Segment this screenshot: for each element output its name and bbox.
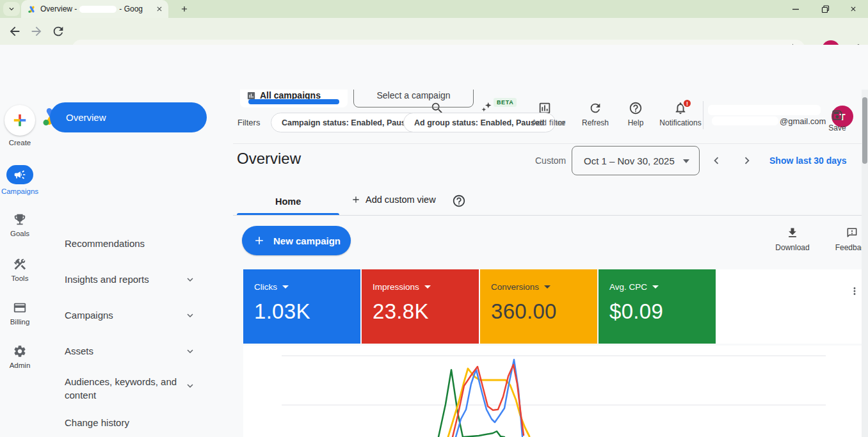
metric-card-avg-cpc[interactable]: Avg. CPC $0.09 (599, 269, 716, 344)
forward-icon[interactable] (29, 24, 44, 38)
scrollbar-thumb[interactable] (862, 97, 867, 164)
rail-admin[interactable]: Admin (0, 344, 40, 369)
tab-title: Overview - - Goog (40, 4, 156, 13)
chart-line-clicks (456, 360, 522, 437)
dropdown-caret-icon (683, 159, 689, 163)
divider (233, 215, 862, 216)
credit-card-icon (13, 301, 27, 315)
plus-icon (351, 195, 361, 205)
page-title: Overview (237, 150, 301, 168)
save-button-label: Save (828, 123, 846, 132)
window-minimize-button[interactable] (781, 0, 810, 18)
sidebar-item-change-history[interactable]: Change history (65, 417, 129, 428)
date-range-value: Oct 1 – Nov 30, 2025 (584, 155, 675, 166)
tab-home[interactable]: Home (275, 196, 301, 207)
scope-tab-active-underline (248, 99, 339, 104)
add-custom-view-button[interactable]: Add custom view (351, 195, 436, 205)
browser-toolbar: ads.google.com/aw/overview?ocid0&euid=1&… (0, 18, 868, 45)
download-label: Download (775, 243, 809, 252)
metric-card-avg-cpc-label: Avg. CPC (609, 282, 647, 292)
rail-admin-label: Admin (10, 362, 31, 369)
reload-icon[interactable] (51, 24, 65, 38)
show-last-30-days-link[interactable]: Show last 30 days (769, 155, 847, 166)
rail-campaigns[interactable]: Campaigns (0, 165, 40, 195)
metric-card-impressions-value: 23.8K (373, 299, 479, 324)
metric-card-clicks[interactable]: Clicks 1.03K (243, 269, 360, 344)
sidebar-item-overview-label: Overview (66, 112, 106, 123)
chevron-down-icon[interactable] (184, 380, 196, 392)
save-button[interactable]: Save (823, 109, 851, 132)
metric-card-conversions-value: 360.00 (491, 299, 597, 324)
divider (233, 143, 862, 144)
sidebar-item-overview[interactable]: Overview (50, 102, 207, 132)
add-custom-view-label: Add custom view (366, 195, 436, 205)
save-icon (831, 109, 844, 122)
dropdown-caret-icon[interactable] (282, 285, 289, 289)
card-menu-kebab-icon[interactable] (849, 285, 860, 297)
rail-create[interactable]: Create (0, 105, 40, 147)
rail-goals[interactable]: Goals (0, 212, 40, 237)
new-campaign-button[interactable]: New campaign (242, 226, 351, 255)
create-plus-icon (12, 113, 28, 128)
rail-billing[interactable]: Billing (0, 301, 40, 326)
create-button[interactable] (4, 105, 35, 136)
scope-tab-select-campaign-label: Select a campaign (376, 90, 450, 100)
feedback-label: Feedback (835, 243, 862, 252)
new-tab-button[interactable] (177, 2, 192, 16)
scope-tab-select-campaign[interactable]: Select a campaign (353, 90, 474, 107)
back-icon[interactable] (8, 24, 22, 38)
chevron-down-icon (7, 4, 16, 13)
rail-tools-label: Tools (12, 274, 29, 282)
page-scrollbar[interactable] (862, 90, 868, 437)
sidebar-item-assets[interactable]: Assets (65, 346, 93, 356)
side-nav: Overview Recommendations Insights and re… (40, 90, 233, 437)
dropdown-caret-icon[interactable] (544, 285, 551, 289)
tab-close-icon[interactable] (156, 5, 163, 13)
megaphone-icon (13, 168, 26, 181)
feedback-icon (846, 226, 858, 239)
sidebar-item-insights-and-reports[interactable]: Insights and reports (65, 274, 149, 285)
dropdown-caret-icon[interactable] (424, 285, 431, 289)
download-icon (786, 226, 799, 239)
tab-search-button[interactable] (3, 2, 20, 16)
plus-icon (253, 234, 266, 247)
google-ads-header: Google Ads Search Ads Advisor BETA Appea… (0, 45, 868, 90)
rail-campaigns-active-pill[interactable] (6, 165, 33, 184)
overview-chart-panel[interactable] (243, 346, 862, 437)
rail-billing-label: Billing (10, 318, 30, 326)
next-period-button[interactable] (740, 154, 754, 168)
previous-period-button[interactable] (709, 154, 723, 168)
rail-tools[interactable]: Tools (0, 257, 40, 282)
close-icon (849, 5, 857, 13)
download-button[interactable]: Download (774, 226, 811, 252)
dropdown-caret-icon[interactable] (652, 285, 659, 289)
metric-card-conversions[interactable]: Conversions 360.00 (480, 269, 597, 344)
new-campaign-label: New campaign (273, 235, 341, 246)
browser-tab[interactable]: Overview - - Goog (21, 0, 168, 18)
chevron-down-icon[interactable] (184, 346, 196, 357)
date-mode-label: Custom (535, 155, 566, 166)
chevron-down-icon[interactable] (184, 310, 196, 321)
metric-card-impressions-label: Impressions (373, 282, 419, 292)
scope-tab-all-campaigns[interactable]: All campaigns (240, 90, 348, 107)
metric-card-impressions[interactable]: Impressions 23.8K (362, 269, 479, 344)
minimize-icon (792, 5, 800, 13)
feedback-button[interactable]: Feedback (833, 226, 862, 252)
add-filter-button[interactable]: Add filter (531, 118, 565, 127)
plus-icon (180, 4, 189, 13)
main-content: All campaigns Select a campaign Filters … (233, 90, 862, 437)
time-series-chart (243, 346, 862, 437)
left-rail: Create Campaigns Goals Tools Billing Adm… (0, 90, 40, 437)
help-icon[interactable] (452, 194, 466, 208)
window-close-button[interactable] (839, 0, 868, 18)
redaction-blob (79, 6, 117, 13)
sidebar-item-campaigns[interactable]: Campaigns (65, 310, 113, 321)
sidebar-item-audiences-keywords-content[interactable]: Audiences, keywords, and content (65, 375, 183, 402)
chevron-down-icon[interactable] (184, 274, 196, 285)
date-range-picker[interactable]: Oct 1 – Nov 30, 2025 (572, 146, 700, 175)
sidebar-item-recommendations[interactable]: Recommendations (65, 238, 145, 249)
browser-tab-strip: Overview - - Goog (0, 0, 868, 18)
window-restore-button[interactable] (810, 0, 840, 18)
chart-line-impressions (453, 365, 524, 437)
metric-card-clicks-value: 1.03K (254, 299, 360, 324)
